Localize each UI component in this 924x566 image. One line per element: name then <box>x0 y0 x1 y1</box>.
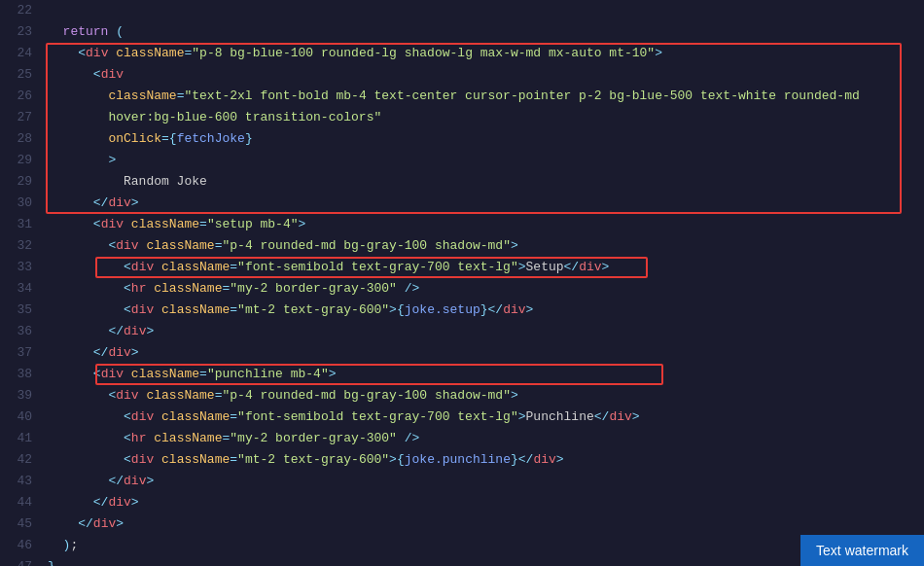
code-line: 29 > <box>0 150 924 171</box>
line-number: 30 <box>0 193 44 214</box>
line-number: 39 <box>0 385 44 407</box>
code-line: 26 className="text-2xl font-bold mb-4 te… <box>0 86 924 107</box>
code-line: 29 Random Joke <box>0 171 924 193</box>
line-content: <div className="mt-2 text-gray-600">{jok… <box>44 300 924 321</box>
code-line: 40 <div className="font-semibold text-gr… <box>0 407 924 428</box>
line-number: 23 <box>0 21 44 43</box>
line-number: 33 <box>0 257 44 278</box>
line-content: } <box>44 556 924 566</box>
line-content: <div className="setup mb-4"> <box>44 214 924 235</box>
line-content: return ( <box>44 21 924 43</box>
line-number: 46 <box>0 535 44 556</box>
watermark-button[interactable]: Text watermark <box>800 535 924 566</box>
line-content: Random Joke <box>44 171 924 193</box>
line-content: </div> <box>44 513 924 535</box>
line-number: 47 <box>0 556 44 566</box>
line-number: 26 <box>0 86 44 107</box>
line-content: <div className="font-semibold text-gray-… <box>44 257 924 278</box>
line-content: <div <box>44 64 924 86</box>
line-content: ); <box>44 535 924 556</box>
line-number: 29 <box>0 171 44 193</box>
line-number: 22 <box>0 0 44 21</box>
code-line: 44 </div> <box>0 492 924 513</box>
code-line: 35 <div className="mt-2 text-gray-600">{… <box>0 300 924 321</box>
code-line: 34 <hr className="my-2 border-gray-300" … <box>0 278 924 300</box>
code-line: 24 <div className="p-8 bg-blue-100 round… <box>0 43 924 64</box>
code-line: 23 return ( <box>0 21 924 43</box>
line-number: 29 <box>0 150 44 171</box>
line-content: </div> <box>44 321 924 342</box>
line-content: </div> <box>44 492 924 513</box>
line-number: 24 <box>0 43 44 64</box>
code-line: 46 ); <box>0 535 924 556</box>
line-content: > <box>44 150 924 171</box>
line-content: </div> <box>44 193 924 214</box>
line-number: 45 <box>0 513 44 535</box>
line-content: <div className="mt-2 text-gray-600">{jok… <box>44 449 924 471</box>
line-number: 32 <box>0 235 44 257</box>
code-line: 28 onClick={fetchJoke} <box>0 128 924 150</box>
code-line: 33 <div className="font-semibold text-gr… <box>0 257 924 278</box>
line-number: 38 <box>0 364 44 385</box>
line-content: <div className="p-4 rounded-md bg-gray-1… <box>44 235 924 257</box>
code-line: 41 <hr className="my-2 border-gray-300" … <box>0 428 924 449</box>
line-content: <hr className="my-2 border-gray-300" /> <box>44 428 924 449</box>
line-number: 34 <box>0 278 44 300</box>
line-content: <div className="p-4 rounded-md bg-gray-1… <box>44 385 924 407</box>
line-content: <div className="p-8 bg-blue-100 rounded-… <box>44 43 924 64</box>
code-line: 36 </div> <box>0 321 924 342</box>
line-content: className="text-2xl font-bold mb-4 text-… <box>44 86 924 107</box>
line-content: </div> <box>44 471 924 492</box>
line-content: <div className="punchline mb-4"> <box>44 364 924 385</box>
line-content: onClick={fetchJoke} <box>44 128 924 150</box>
line-number: 28 <box>0 128 44 150</box>
line-number: 44 <box>0 492 44 513</box>
code-line: 30 </div> <box>0 193 924 214</box>
code-line: 27 hover:bg-blue-600 transition-colors" <box>0 107 924 128</box>
code-line: 39 <div className="p-4 rounded-md bg-gra… <box>0 385 924 407</box>
line-content: <div className="font-semibold text-gray-… <box>44 407 924 428</box>
code-line: 38 <div className="punchline mb-4"> <box>0 364 924 385</box>
code-line: 42 <div className="mt-2 text-gray-600">{… <box>0 449 924 471</box>
code-editor: 2223 return (24 <div className="p-8 bg-b… <box>0 0 924 566</box>
code-line: 37 </div> <box>0 342 924 364</box>
line-number: 37 <box>0 342 44 364</box>
code-line: 43 </div> <box>0 471 924 492</box>
code-line: 31 <div className="setup mb-4"> <box>0 214 924 235</box>
code-line: 47} <box>0 556 924 566</box>
line-number: 36 <box>0 321 44 342</box>
line-number: 42 <box>0 449 44 471</box>
line-number: 27 <box>0 107 44 128</box>
code-line: 32 <div className="p-4 rounded-md bg-gra… <box>0 235 924 257</box>
line-number: 40 <box>0 407 44 428</box>
line-number: 43 <box>0 471 44 492</box>
code-line: 25 <div <box>0 64 924 86</box>
line-content: </div> <box>44 342 924 364</box>
line-number: 35 <box>0 300 44 321</box>
code-line: 22 <box>0 0 924 21</box>
code-lines: 2223 return (24 <div className="p-8 bg-b… <box>0 0 924 566</box>
line-content: hover:bg-blue-600 transition-colors" <box>44 107 924 128</box>
line-number: 31 <box>0 214 44 235</box>
line-number: 41 <box>0 428 44 449</box>
code-line: 45 </div> <box>0 513 924 535</box>
line-content: <hr className="my-2 border-gray-300" /> <box>44 278 924 300</box>
line-number: 25 <box>0 64 44 86</box>
